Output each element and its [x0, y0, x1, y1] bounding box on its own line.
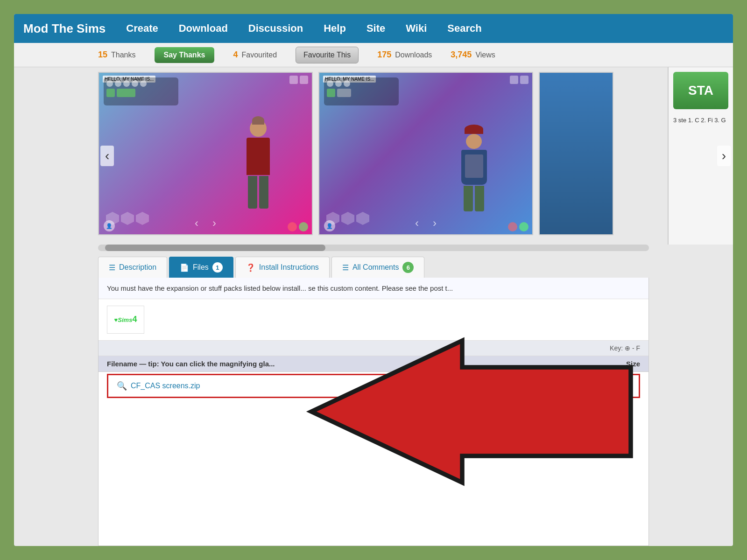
file-table-col-header: Filename — tip: You can click the magnif… — [99, 356, 648, 372]
content-area: You must have the expansion or stuff pac… — [98, 278, 649, 546]
thanks-label: Thanks — [111, 51, 135, 59]
tabs-container: ☰ Description 📄 Files 1 ❓ Install Instru… — [14, 251, 733, 278]
files-count-badge: 1 — [212, 262, 223, 273]
sims4-logo-text: ♥Sims4 — [114, 315, 137, 325]
file-name: CF_CAS screens.zip — [131, 382, 200, 390]
favourited-count: 4 — [233, 50, 238, 60]
nav-item-discussion[interactable]: Discussion — [238, 22, 313, 35]
nav-brand[interactable]: Mod The Sims — [23, 21, 116, 36]
scrollbar-thumb — [105, 245, 325, 251]
file-download-link[interactable]: 🔍 CF_CAS screens.zip — [117, 381, 574, 391]
sims4-logo: ♥Sims4 — [107, 306, 144, 334]
tab-files[interactable]: 📄 Files 1 — [169, 257, 233, 278]
col-size-header: Size — [584, 360, 640, 368]
views-stat: 3,745 Views — [451, 50, 495, 60]
screenshot-next-button[interactable]: › — [717, 146, 731, 166]
screenshot-prev-button[interactable]: ‹ — [100, 146, 114, 166]
tab-install[interactable]: ❓ Install Instructions — [235, 257, 330, 278]
thanks-count: 15 — [98, 50, 107, 60]
sim-male-figure — [242, 120, 275, 218]
nav-bar: Mod The Sims Create Download Discussion … — [14, 14, 733, 43]
sim-ui-panel-2 — [324, 77, 399, 105]
tab-install-label: Install Instructions — [259, 263, 319, 272]
thanks-stat: 15 Thanks — [98, 50, 136, 60]
downloads-stat: 175 Downloads — [377, 50, 432, 60]
comments-count-badge: 6 — [402, 262, 414, 273]
key-label: Key: ⊕ - F — [610, 344, 640, 352]
tab-description-label: Description — [119, 263, 156, 272]
file-size: 114.3 KB — [574, 382, 630, 390]
tab-comments-label: All Comments — [352, 263, 399, 272]
tab-description[interactable]: ☰ Description — [98, 257, 167, 278]
screenshot-3-partial — [539, 72, 613, 235]
start-button-partial[interactable]: STA — [673, 72, 728, 109]
favourited-stat: 4 Favourited — [233, 50, 277, 60]
downloads-label: Downloads — [395, 51, 432, 59]
nav-item-wiki[interactable]: Wiki — [395, 22, 437, 35]
say-thanks-button[interactable]: Say Thanks — [155, 47, 215, 63]
nav-arrows-1: ‹ › — [195, 217, 216, 230]
sims4-logo-area: ♥Sims4 — [99, 299, 648, 341]
screenshots-area: ‹ HELLO, MY NAME IS... — [14, 67, 733, 245]
steps-partial: 3 ste 1. C 2. Fi 3. G — [673, 115, 728, 126]
description-icon: ☰ — [109, 263, 115, 272]
screenshot-top-icons-2 — [510, 76, 529, 84]
sim-ui-panel-1 — [104, 77, 178, 105]
files-icon: 📄 — [180, 263, 189, 272]
screenshots-scrollbar[interactable] — [98, 245, 649, 251]
tab-comments[interactable]: ☰ All Comments 6 — [331, 257, 425, 278]
views-count: 3,745 — [451, 50, 472, 60]
screenshot-1: HELLO, MY NAME IS... — [98, 72, 313, 235]
screenshot-bottom-icons-1 — [288, 222, 308, 231]
screenshot-top-icons-1 — [289, 76, 308, 84]
file-table-key: Key: ⊕ - F — [99, 341, 648, 356]
sim-icon-1: 👤 — [104, 220, 115, 231]
nav-item-site[interactable]: Site — [356, 22, 395, 35]
inner-container: Mod The Sims Create Download Discussion … — [14, 14, 733, 546]
comments-icon: ☰ — [342, 263, 349, 272]
col-filename-header: Filename — tip: You can click the magnif… — [107, 360, 584, 368]
nav-item-search[interactable]: Search — [437, 22, 492, 35]
screenshot-bottom-icons-2 — [508, 222, 529, 231]
stats-bar: 15 Thanks Say Thanks 4 Favourited Favour… — [14, 43, 733, 67]
nav-item-download[interactable]: Download — [169, 22, 238, 35]
views-label: Views — [475, 51, 495, 59]
nav-item-help[interactable]: Help — [313, 22, 356, 35]
sim-female-figure — [458, 125, 490, 218]
magnify-icon: 🔍 — [117, 381, 127, 391]
content-notice: You must have the expansion or stuff pac… — [99, 278, 648, 299]
downloads-count: 175 — [377, 50, 391, 60]
favourited-label: Favourited — [241, 51, 277, 59]
nav-item-create[interactable]: Create — [116, 22, 168, 35]
tab-files-label: Files — [193, 263, 209, 272]
install-icon: ❓ — [246, 263, 255, 272]
screenshot-2: HELLO, MY NAME IS... — [318, 72, 533, 235]
file-row: 🔍 CF_CAS screens.zip 114.3 KB — [107, 374, 640, 398]
favourite-this-button[interactable]: Favourite This — [296, 47, 359, 63]
outer-wrapper: Mod The Sims Create Download Discussion … — [0, 0, 747, 560]
screenshots-scroll: HELLO, MY NAME IS... — [98, 72, 649, 240]
sim-icon-2: 👤 — [324, 220, 335, 231]
nav-arrows-2: ‹ › — [415, 217, 437, 230]
